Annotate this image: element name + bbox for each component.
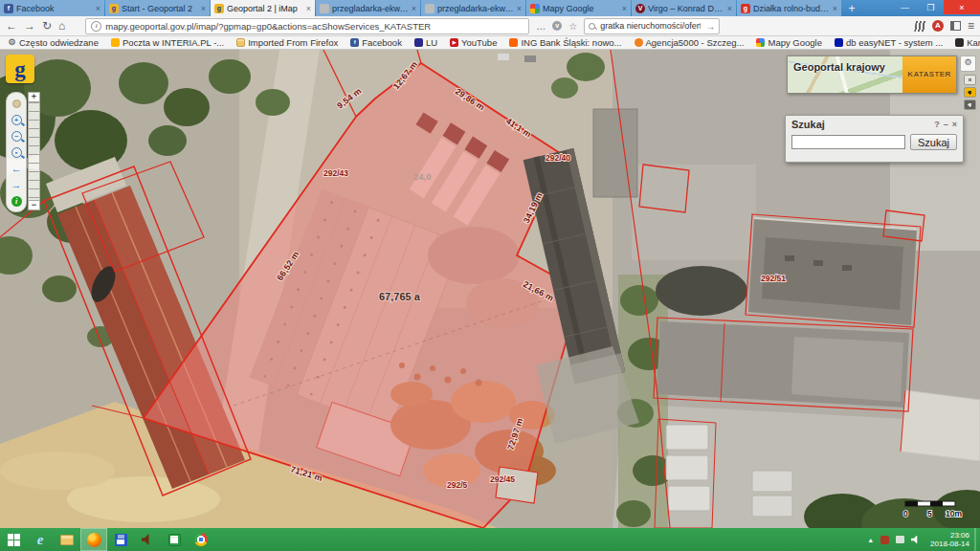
tray-expand-icon[interactable]: ▲ (867, 537, 874, 543)
car (524, 55, 536, 62)
parcel-search-input[interactable] (791, 135, 905, 149)
bookmark-interia[interactable]: Poczta w INTERIA.PL -... (111, 37, 224, 48)
tab-label: przegladarka-ekw.ms.gov.pl (437, 4, 514, 13)
search-go-icon[interactable]: → (705, 21, 715, 32)
folder-icon (60, 535, 74, 545)
tray-volume-icon[interactable] (911, 536, 921, 544)
layer-toggle-2[interactable] (964, 87, 976, 98)
sidebar-icon[interactable] (950, 21, 961, 31)
site-info-icon[interactable]: i (91, 21, 101, 32)
bookmark-imported[interactable]: Imported From Firefox (236, 37, 338, 48)
layer-toggle-1[interactable] (964, 75, 976, 85)
home-button[interactable]: ⌂ (58, 20, 65, 32)
previous-view-tool[interactable]: ← (7, 162, 26, 175)
tray-app-icon[interactable] (896, 536, 904, 543)
map-settings-gear-icon[interactable]: ⚙ (960, 55, 976, 72)
tab-close-icon[interactable]: × (96, 4, 100, 13)
tab-start-geoportal[interactable]: g Start - Geoportal 2 × (105, 0, 210, 16)
taskbar-internet-explorer[interactable]: e (27, 528, 54, 551)
car (498, 54, 509, 60)
bookmark-label: Imported From Firefox (248, 37, 338, 48)
identify-tool[interactable]: i (7, 194, 26, 208)
zoom-in-button[interactable]: + (28, 92, 40, 102)
tab-close-icon[interactable]: × (517, 4, 522, 13)
bookmark-star-icon[interactable]: ☆ (568, 21, 577, 32)
youtube-icon: ▶ (450, 38, 458, 47)
minimize-button[interactable]: — (892, 0, 918, 14)
parcel-number: 292/43 (323, 168, 348, 178)
search-input[interactable] (598, 20, 702, 32)
db-icon (835, 38, 843, 47)
tab-close-icon[interactable]: × (622, 4, 627, 13)
reload-button[interactable]: ↻ (42, 20, 52, 32)
bookmark-db[interactable]: db easyNET - system ... (835, 37, 943, 48)
tab-dzialka[interactable]: g Działka rolno-budowlana Rac... × (737, 0, 841, 16)
zoom-slider-track[interactable] (28, 102, 40, 200)
taskbar-volume-app[interactable] (134, 528, 161, 551)
zoom-in-tool[interactable]: + (7, 113, 26, 126)
tab-close-icon[interactable]: × (412, 4, 416, 13)
tab-virgo[interactable]: V Virgo – Konrad Drabik × (632, 0, 736, 16)
page-actions-icon[interactable]: … (536, 21, 546, 32)
library-icon[interactable] (914, 21, 926, 32)
minimize-panel-icon[interactable]: – (944, 121, 948, 129)
document-favicon (425, 4, 434, 13)
maximize-button[interactable]: ❐ (918, 0, 944, 14)
bookmark-agencja[interactable]: Agencja5000 - Szczeg... (635, 37, 745, 48)
banner-minimap: Geoportal krajowy (788, 56, 902, 93)
search-bar[interactable]: → (584, 18, 720, 34)
forward-button[interactable]: → (24, 20, 35, 32)
tab-ekw-1[interactable]: przegladarka-ekw.ms.gov.pl × (316, 0, 420, 16)
next-view-tool[interactable]: → (7, 178, 26, 191)
tab-mapy-google[interactable]: Mapy Google × (526, 0, 631, 16)
bookmark-often-visited[interactable]: ⚙Często odwiedzane (8, 37, 99, 48)
bookmark-label: Kampania / Battlelog /... (967, 37, 980, 48)
zoom-out-button[interactable]: − (28, 200, 40, 210)
bookmark-facebook[interactable]: fFacebook (350, 37, 402, 48)
bookmark-lu[interactable]: LU (414, 37, 437, 48)
internet-explorer-icon: e (37, 533, 44, 547)
bookmark-ing[interactable]: ING Bank Śląski: nowo... (509, 37, 621, 48)
tab-close-icon[interactable]: × (201, 4, 206, 13)
help-icon[interactable]: ? (934, 121, 940, 129)
pointer-tool[interactable] (7, 97, 26, 110)
bookmark-youtube[interactable]: ▶YouTube (450, 37, 497, 48)
interia-icon (111, 38, 120, 47)
zoom-slider[interactable]: + − (28, 92, 40, 210)
clock-time: 23:06 (950, 531, 969, 540)
map-viewport[interactable]: 9,54 m 12,67 m 29,86 m 41,1 m 34,19 m 21… (0, 50, 980, 528)
gear-icon: ⚙ (8, 38, 16, 47)
taskbar-save-app[interactable] (107, 528, 134, 551)
back-button[interactable]: ← (6, 20, 17, 32)
tab-geoportal-imap-active[interactable]: g Geoportal 2 | iMap × (211, 0, 315, 16)
taskbar-calculator[interactable] (161, 528, 188, 551)
taskbar-firefox-active[interactable] (80, 528, 107, 551)
url-bar[interactable]: i mapy.geoportal.gov.pl/imap/?gpmap=gp0&… (85, 18, 529, 34)
close-window-button[interactable]: × (944, 0, 980, 14)
pocket-icon[interactable]: v (552, 21, 562, 31)
tab-close-icon[interactable]: × (727, 4, 732, 13)
lu-icon (414, 38, 423, 47)
adblock-icon[interactable]: A (932, 20, 944, 32)
geoportal-logo[interactable]: g (6, 55, 34, 83)
tab-bar: f Facebook × g Start - Geoportal 2 × g G… (0, 0, 980, 16)
close-panel-icon[interactable]: × (952, 121, 957, 129)
tray-app-icon[interactable] (880, 536, 889, 544)
tab-ekw-2[interactable]: przegladarka-ekw.ms.gov.pl × (421, 0, 525, 16)
szukaj-button[interactable]: Szukaj (910, 134, 957, 150)
zoom-extent-tool[interactable]: ▪ (7, 145, 26, 159)
start-button[interactable] (0, 528, 27, 551)
geoportal-banner[interactable]: Geoportal krajowy KATASTER (787, 55, 957, 94)
zoom-out-tool[interactable]: − (7, 129, 26, 143)
bookmark-mapy-google-1[interactable]: Mapy Google (756, 37, 822, 48)
tab-facebook[interactable]: f Facebook × (0, 0, 104, 16)
menu-icon[interactable]: ≡ (968, 20, 974, 32)
new-tab-button[interactable]: + (842, 0, 861, 16)
layer-toggle-3[interactable] (964, 99, 976, 110)
taskbar-chrome[interactable] (188, 528, 214, 551)
tab-close-icon[interactable]: × (306, 4, 311, 13)
taskbar-file-explorer[interactable] (54, 528, 80, 551)
bookmark-battlelog[interactable]: Kampania / Battlelog /... (955, 37, 980, 48)
tab-close-icon[interactable]: × (833, 4, 837, 13)
taskbar-clock[interactable]: 23:06 2018-08-14 (930, 528, 976, 551)
